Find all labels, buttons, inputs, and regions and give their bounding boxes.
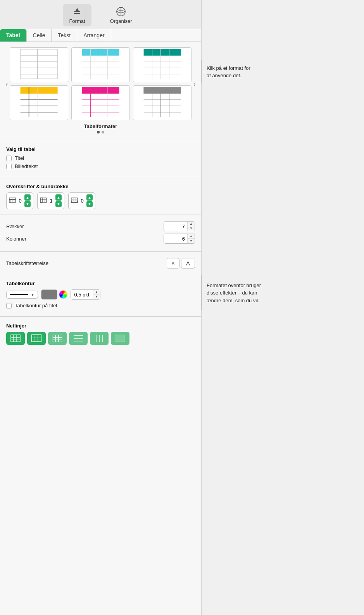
cols-label: Kolonner: [6, 236, 26, 242]
col-headers-spinner: 0 ▲ ▼: [6, 192, 33, 209]
font-decrease-btn[interactable]: A: [167, 258, 179, 269]
svg-rect-50: [144, 94, 181, 117]
font-btns: A A: [167, 258, 195, 269]
footer-down[interactable]: ▼: [86, 201, 93, 207]
format-button[interactable]: Format: [63, 4, 91, 26]
svg-rect-14: [82, 55, 119, 79]
divider-5: [0, 274, 201, 274]
toolbar: Format Organiser: [0, 0, 201, 29]
rows-label: Rækker: [6, 223, 24, 229]
kontur-titel-checkbox[interactable]: [6, 303, 12, 308]
tab-tekst[interactable]: Tekst: [52, 29, 77, 42]
footer-up[interactable]: ▲: [86, 194, 93, 201]
col-headers-down[interactable]: ▼: [24, 201, 31, 207]
row-headers-arrows[interactable]: ▲ ▼: [55, 194, 62, 207]
svg-rect-13: [82, 49, 119, 55]
svg-rect-31: [20, 87, 57, 94]
divider-3: [0, 215, 201, 215]
rows-up[interactable]: ▲: [188, 222, 195, 226]
tab-celle[interactable]: Celle: [27, 29, 52, 42]
svg-rect-22: [144, 49, 181, 55]
table-thumb-3[interactable]: [133, 47, 191, 82]
row-headers-spinner: 1 ▲ ▼: [37, 192, 64, 209]
cols-input[interactable]: [164, 234, 187, 243]
row-headers-up[interactable]: ▲: [55, 194, 62, 201]
font-increase-btn[interactable]: A: [181, 258, 195, 269]
footer-spinner: 0 ▲ ▼: [68, 192, 95, 209]
footer-arrows[interactable]: ▲ ▼: [86, 194, 93, 207]
row-headers-down[interactable]: ▼: [55, 201, 62, 207]
gallery-prev-arrow[interactable]: ‹: [4, 80, 10, 88]
color-wheel-button[interactable]: [59, 290, 67, 299]
col-headers-up[interactable]: ▲: [24, 194, 31, 201]
kontur-dropdown-arrow: ▼: [31, 293, 35, 297]
netlinje-btn-6[interactable]: [111, 332, 129, 345]
svg-rect-72: [71, 198, 78, 203]
annotation-top-hline: [202, 72, 207, 72]
table-thumb-5[interactable]: [71, 85, 130, 120]
billedtekst-label: Billedtekst: [15, 163, 38, 169]
organiser-label: Organiser: [110, 18, 132, 24]
netlinje-btn-1[interactable]: [6, 332, 25, 345]
netlinje-row: [6, 332, 195, 345]
tab-arranger[interactable]: Arranger: [77, 29, 111, 42]
netlinje-btn-3[interactable]: [48, 332, 67, 345]
gallery-dot-2[interactable]: [102, 131, 104, 133]
format-icon: [72, 6, 83, 17]
svg-rect-98: [116, 335, 125, 342]
netlinje-icon-3: [52, 334, 63, 343]
svg-rect-41: [82, 94, 119, 117]
organiser-button[interactable]: Organiser: [104, 4, 138, 26]
netlinje-btn-4[interactable]: [69, 332, 88, 345]
footer-value: 0: [79, 198, 85, 204]
panel-wrapper: Format Organiser Tabel Celle Tekst Arran…: [0, 0, 364, 615]
netlinje-btn-2[interactable]: [27, 332, 46, 345]
col-headers-icon: [9, 197, 16, 204]
kontur-titel-label: Tabelkontur på titel: [15, 303, 57, 308]
col-headers-value: 0: [17, 198, 23, 204]
titel-checkbox[interactable]: [6, 156, 12, 161]
rows-down[interactable]: ▼: [188, 226, 195, 231]
divider-2: [0, 177, 201, 177]
cols-up[interactable]: ▲: [188, 234, 195, 239]
cols-input-group: ▲ ▼: [164, 234, 195, 244]
svg-rect-51: [144, 87, 181, 94]
rows-row: Rækker ▲ ▼: [6, 221, 195, 231]
svg-rect-77: [11, 335, 20, 342]
table-thumb-6[interactable]: [133, 85, 191, 120]
gallery-next-arrow[interactable]: ›: [191, 80, 197, 88]
annotations: Klik på et format for at anvende det. Fo…: [202, 0, 364, 615]
netlinje-title: Netlinjer: [6, 323, 195, 329]
color-row: [41, 289, 67, 300]
svg-rect-66: [40, 198, 42, 203]
headers-section: Overskrifter & bundrække: [0, 181, 201, 211]
pts-down[interactable]: ▼: [93, 295, 100, 299]
tab-tabel[interactable]: Tabel: [0, 29, 27, 42]
billedtekst-checkbox[interactable]: [6, 164, 12, 169]
cols-down[interactable]: ▼: [188, 239, 195, 243]
kontur-line-select[interactable]: ▼: [6, 291, 38, 299]
table-options-title: Valg til tabel: [6, 146, 195, 152]
netlinje-btn-5[interactable]: [90, 332, 109, 345]
svg-rect-5: [20, 49, 57, 79]
kontur-section: Tabelkontur ▼ 0,5 pkt ▲ ▼: [0, 278, 201, 312]
table-thumb-4[interactable]: [10, 85, 68, 120]
font-size-label: Tabelskriftstørrelse: [6, 260, 48, 266]
gallery-dot-1[interactable]: [97, 131, 100, 133]
svg-rect-40: [82, 87, 119, 94]
gallery-section: ‹: [0, 42, 201, 136]
table-thumb-2[interactable]: [71, 47, 130, 82]
titel-row: Titel: [6, 155, 195, 161]
rows-input-group: ▲ ▼: [164, 221, 195, 231]
table-thumb-1[interactable]: [10, 47, 68, 82]
svg-marker-2: [76, 8, 79, 11]
kontur-line-bar: [10, 294, 28, 295]
col-headers-arrows[interactable]: ▲ ▼: [24, 194, 31, 207]
svg-rect-71: [40, 198, 47, 203]
color-swatch[interactable]: [41, 289, 57, 300]
svg-rect-1: [74, 11, 80, 12]
rows-input[interactable]: [164, 222, 187, 231]
svg-rect-0: [74, 13, 80, 14]
headers-title: Overskrifter & bundrække: [6, 184, 195, 189]
pts-up[interactable]: ▲: [93, 290, 100, 295]
